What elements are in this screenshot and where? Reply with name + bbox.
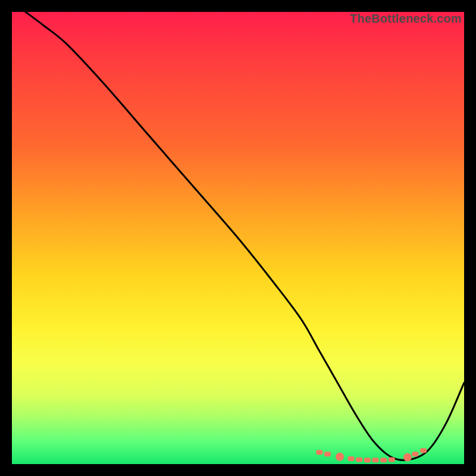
marker-rect-11 (420, 448, 427, 453)
chart-svg (12, 12, 464, 464)
chart-frame: TheBottleneck.com (12, 12, 464, 464)
marker-rect-0 (316, 450, 322, 455)
marker-rect-5 (364, 458, 371, 462)
marker-rect-4 (356, 457, 362, 462)
marker-rect-6 (372, 458, 379, 462)
markers-group (316, 448, 427, 462)
bottleneck-curve (26, 12, 464, 460)
marker-rect-8 (389, 457, 395, 462)
marker-rect-3 (348, 456, 355, 461)
marker-rect-1 (324, 452, 331, 456)
marker-rect-7 (380, 458, 387, 462)
marker-circle-9 (403, 453, 412, 462)
marker-rect-10 (412, 452, 418, 456)
marker-circle-2 (336, 453, 344, 461)
